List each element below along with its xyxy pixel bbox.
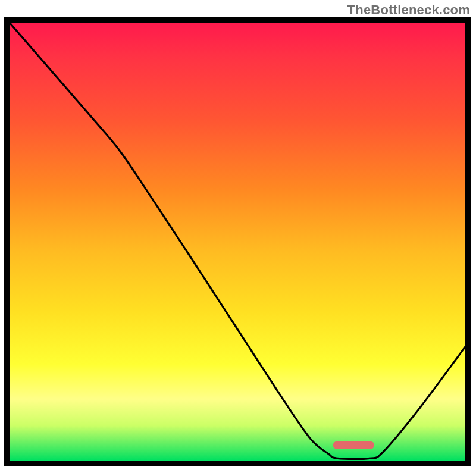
bottleneck-chart: TheBottleneck.com (0, 0, 476, 476)
plot-area (4, 17, 471, 466)
chart-overlay (10, 23, 465, 461)
optimal-range-marker (333, 441, 374, 449)
attribution-text: TheBottleneck.com (347, 2, 470, 18)
bottleneck-curve-path (10, 23, 465, 459)
